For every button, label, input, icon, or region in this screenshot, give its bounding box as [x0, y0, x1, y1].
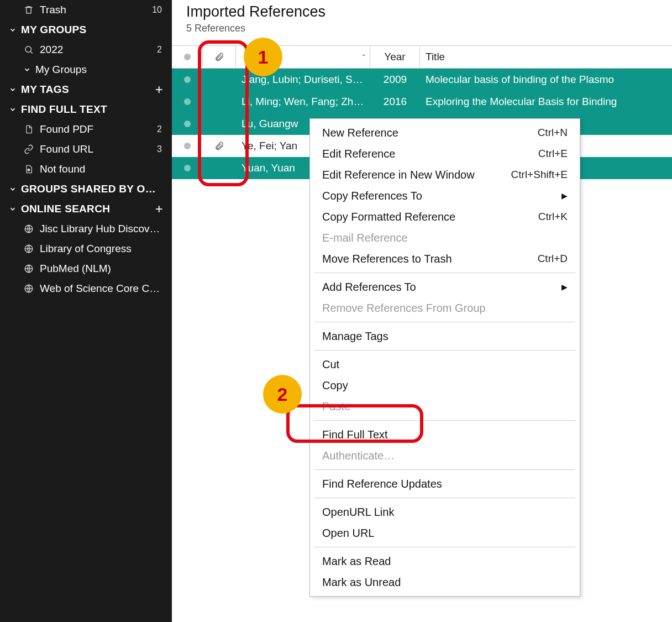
sidebar-item-not-found[interactable]: Not found — [0, 159, 172, 179]
menu-mark-read[interactable]: Mark as Read — [310, 551, 580, 572]
sidebar-item-pubmed[interactable]: PubMed (NLM) — [0, 259, 172, 279]
sidebar-item-count: 10 — [152, 5, 164, 15]
group-icon — [22, 45, 35, 55]
sidebar-item-2022[interactable]: 2022 2 — [0, 40, 172, 60]
sidebar-item-label: 2022 — [40, 44, 157, 56]
link-icon — [22, 144, 35, 154]
sidebar-item-loc[interactable]: Library of Congress — [0, 239, 172, 259]
chevron-down-icon — [8, 106, 18, 113]
menu-find-full-text[interactable]: Find Full Text — [310, 424, 580, 445]
menu-mark-unread[interactable]: Mark as Unread — [310, 572, 580, 593]
chevron-down-icon — [22, 66, 32, 74]
chevron-down-icon — [8, 26, 18, 34]
menu-separator — [314, 547, 575, 547]
column-year[interactable]: Year — [370, 46, 420, 68]
menu-find-updates[interactable]: Find Reference Updates — [310, 473, 580, 494]
menu-remove-from-group: Remove References From Group — [310, 297, 580, 318]
sidebar-header-label: ONLINE SEARCH — [21, 203, 155, 215]
sidebar-item-jisc[interactable]: Jisc Library Hub Discov… — [0, 219, 172, 239]
menu-edit-new-window[interactable]: Edit Reference in New Window Ctrl+Shift+… — [310, 164, 580, 185]
sidebar-item-label: Trash — [40, 4, 152, 16]
table-header: ⌃ Year Title — [172, 45, 672, 69]
menu-separator — [314, 350, 575, 351]
column-read-status[interactable] — [172, 46, 203, 68]
sidebar-header-groups-shared[interactable]: GROUPS SHARED BY O… — [0, 179, 172, 199]
cell-author: Jiang, Lubin; Duriseti, S… — [236, 69, 370, 91]
pdf-icon — [22, 124, 35, 134]
sidebar-item-label: Not found — [40, 163, 164, 175]
chevron-down-icon — [8, 86, 18, 93]
sidebar-item-label: Web of Science Core C… — [40, 283, 164, 295]
sidebar-item-label: My Groups — [35, 64, 164, 76]
trash-icon — [22, 5, 35, 15]
sidebar-item-label: Found PDF — [40, 123, 157, 135]
sidebar-header-my-groups[interactable]: MY GROUPS — [0, 20, 172, 40]
menu-edit-reference[interactable]: Edit Reference Ctrl+E — [310, 143, 580, 164]
menu-cut[interactable]: Cut — [310, 354, 580, 375]
cell-attachment — [203, 69, 236, 91]
cell-year: 2016 — [370, 91, 420, 113]
chevron-down-icon — [8, 185, 18, 193]
menu-copy-formatted[interactable]: Copy Formatted Reference Ctrl+K — [310, 206, 580, 227]
sort-asc-icon: ⌃ — [361, 53, 366, 61]
cell-title: Molecular basis of binding of the Plasmo — [420, 69, 672, 91]
sidebar-item-found-url[interactable]: Found URL 3 — [0, 139, 172, 159]
menu-manage-tags[interactable]: Manage Tags — [310, 326, 580, 347]
menu-move-trash[interactable]: Move References to Trash Ctrl+D — [310, 248, 580, 269]
cell-title: Exploring the Molecular Basis for Bindin… — [420, 91, 672, 113]
plus-icon[interactable]: + — [155, 201, 164, 217]
menu-add-refs-to[interactable]: Add References To ▶ — [310, 276, 580, 297]
cell-read-status — [172, 113, 203, 135]
sidebar-item-wos[interactable]: Web of Science Core C… — [0, 279, 172, 299]
menu-openurl-link[interactable]: OpenURL Link — [310, 501, 580, 522]
menu-authenticate: Authenticate… — [310, 445, 580, 466]
sidebar-header-label: MY TAGS — [21, 83, 155, 96]
cell-attachment — [203, 113, 236, 135]
menu-open-url[interactable]: Open URL — [310, 522, 580, 543]
sidebar-item-my-groups[interactable]: My Groups — [0, 60, 172, 80]
cell-read-status — [172, 91, 203, 113]
menu-separator — [314, 273, 575, 273]
sidebar-header-online-search[interactable]: ONLINE SEARCH + — [0, 199, 172, 219]
menu-separator — [314, 322, 575, 322]
chevron-down-icon — [8, 205, 18, 213]
menu-email-reference: E-mail Reference — [310, 227, 580, 248]
table-row[interactable]: Jiang, Lubin; Duriseti, S…2009Molecular … — [172, 69, 672, 91]
sidebar-item-trash[interactable]: Trash 10 — [0, 0, 172, 20]
column-title[interactable]: Title — [420, 46, 672, 68]
menu-separator — [314, 469, 575, 470]
cell-attachment — [203, 91, 236, 113]
paperclip-icon — [214, 141, 224, 151]
menu-copy[interactable]: Copy — [310, 375, 580, 396]
paperclip-icon — [214, 52, 224, 62]
sidebar-header-label: MY GROUPS — [21, 24, 164, 36]
cell-read-status — [172, 157, 203, 179]
not-found-icon — [22, 164, 35, 174]
cell-read-status — [172, 69, 203, 91]
sidebar-item-label: PubMed (NLM) — [40, 263, 164, 275]
globe-icon — [22, 284, 35, 294]
context-menu: New Reference Ctrl+N Edit Reference Ctrl… — [309, 118, 580, 597]
submenu-arrow-icon: ▶ — [561, 191, 568, 200]
globe-icon — [22, 264, 35, 274]
globe-icon — [22, 224, 35, 234]
sidebar-item-label: Found URL — [40, 143, 157, 155]
page-subtitle: 5 References — [186, 23, 672, 34]
column-attachment[interactable] — [203, 46, 236, 68]
sidebar-header-find-full-text[interactable]: FIND FULL TEXT — [0, 100, 172, 119]
sidebar-item-count: 2 — [157, 124, 164, 134]
column-author[interactable]: ⌃ — [236, 46, 370, 68]
cell-year: 2009 — [370, 69, 420, 91]
cell-read-status — [172, 135, 203, 157]
sidebar-header-label: GROUPS SHARED BY O… — [21, 183, 164, 195]
svg-point-0 — [25, 46, 32, 53]
plus-icon[interactable]: + — [155, 82, 164, 97]
sidebar-header-my-tags[interactable]: MY TAGS + — [0, 80, 172, 100]
table-row[interactable]: Li, Ming; Wen, Fang; Zh…2016Exploring th… — [172, 91, 672, 113]
sidebar-item-count: 2 — [157, 45, 164, 55]
sidebar-header-label: FIND FULL TEXT — [21, 103, 164, 116]
sidebar-item-found-pdf[interactable]: Found PDF 2 — [0, 119, 172, 139]
menu-new-reference[interactable]: New Reference Ctrl+N — [310, 122, 580, 143]
menu-copy-refs-to[interactable]: Copy References To ▶ — [310, 185, 580, 206]
sidebar-item-label: Jisc Library Hub Discov… — [40, 223, 164, 235]
